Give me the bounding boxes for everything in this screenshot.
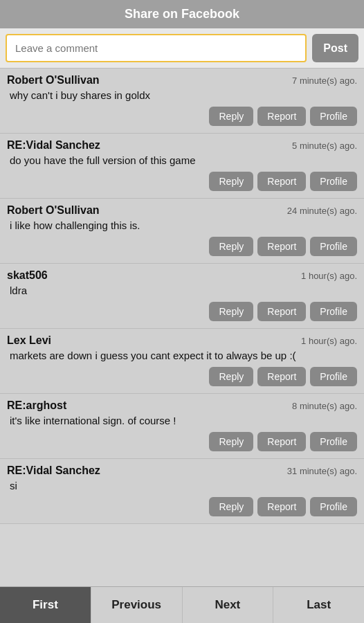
comment-time: 8 minute(s) ago. xyxy=(292,401,357,411)
comment-text: why can't i buy shares in goldx xyxy=(7,89,357,101)
comment-item: RE:arghost 8 minute(s) ago. it's like in… xyxy=(0,394,364,459)
profile-button[interactable]: Profile xyxy=(310,172,357,191)
comment-input[interactable] xyxy=(6,34,307,62)
next-page-button[interactable]: Next xyxy=(183,587,274,623)
report-button[interactable]: Report xyxy=(257,302,306,321)
comment-item: Robert O'Sullivan 24 minute(s) ago. i li… xyxy=(0,199,364,264)
comment-actions: Reply Report Profile xyxy=(7,237,357,256)
share-label: Share on Facebook xyxy=(125,7,239,21)
comment-text: do you have the full version of this gam… xyxy=(7,154,357,166)
comment-author: Lex Levi xyxy=(7,334,51,347)
previous-page-button[interactable]: Previous xyxy=(91,587,183,623)
profile-button[interactable]: Profile xyxy=(310,497,357,516)
comment-actions: Reply Report Profile xyxy=(7,302,357,321)
comment-header: RE:Vidal Sanchez 31 minute(s) ago. xyxy=(7,464,357,477)
post-button[interactable]: Post xyxy=(312,34,358,62)
comment-time: 1 hour(s) ago. xyxy=(301,271,357,281)
profile-button[interactable]: Profile xyxy=(310,432,357,451)
report-button[interactable]: Report xyxy=(257,367,306,386)
first-page-button[interactable]: First xyxy=(0,587,91,623)
comment-actions: Reply Report Profile xyxy=(7,107,357,126)
profile-button[interactable]: Profile xyxy=(310,367,357,386)
comment-text: ldra xyxy=(7,285,357,296)
report-button[interactable]: Report xyxy=(257,432,306,451)
comment-text: si xyxy=(7,480,357,491)
reply-button[interactable]: Reply xyxy=(209,302,253,321)
last-page-button[interactable]: Last xyxy=(273,587,364,623)
report-button[interactable]: Report xyxy=(257,107,306,126)
report-button[interactable]: Report xyxy=(257,237,306,256)
comment-text: markets are down i guess you cant expect… xyxy=(7,350,357,361)
reply-button[interactable]: Reply xyxy=(209,107,253,126)
reply-button[interactable]: Reply xyxy=(209,497,253,516)
comment-author: skat506 xyxy=(7,269,48,282)
report-button[interactable]: Report xyxy=(257,497,306,516)
comment-item: RE:Vidal Sanchez 31 minute(s) ago. si Re… xyxy=(0,459,364,524)
reply-button[interactable]: Reply xyxy=(209,237,253,256)
comment-time: 31 minute(s) ago. xyxy=(287,466,357,476)
comment-item: skat506 1 hour(s) ago. ldra Reply Report… xyxy=(0,264,364,329)
comment-author: RE:arghost xyxy=(7,399,66,412)
comment-author: RE:Vidal Sanchez xyxy=(7,464,100,477)
comment-actions: Reply Report Profile xyxy=(7,432,357,451)
profile-button[interactable]: Profile xyxy=(310,107,357,126)
comment-author: Robert O'Sullivan xyxy=(7,74,100,87)
profile-button[interactable]: Profile xyxy=(310,302,357,321)
comment-author: RE:Vidal Sanchez xyxy=(7,139,100,152)
pagination-bar: First Previous Next Last xyxy=(0,586,364,623)
comment-header: skat506 1 hour(s) ago. xyxy=(7,269,357,282)
comment-text: i like how challenging this is. xyxy=(7,219,357,231)
comment-header: Lex Levi 1 hour(s) ago. xyxy=(7,334,357,347)
share-bar[interactable]: Share on Facebook xyxy=(0,0,364,28)
comment-actions: Reply Report Profile xyxy=(7,367,357,386)
comments-list: Robert O'Sullivan 7 minute(s) ago. why c… xyxy=(0,69,364,586)
reply-button[interactable]: Reply xyxy=(209,367,253,386)
comment-time: 1 hour(s) ago. xyxy=(301,336,357,346)
profile-button[interactable]: Profile xyxy=(310,237,357,256)
comment-actions: Reply Report Profile xyxy=(7,497,357,516)
comment-time: 7 minute(s) ago. xyxy=(292,75,357,86)
comment-time: 24 minute(s) ago. xyxy=(287,206,357,216)
comment-actions: Reply Report Profile xyxy=(7,172,357,191)
comment-header: Robert O'Sullivan 24 minute(s) ago. xyxy=(7,204,357,217)
comment-header: RE:Vidal Sanchez 5 minute(s) ago. xyxy=(7,139,357,152)
comment-author: Robert O'Sullivan xyxy=(7,204,100,217)
comment-header: RE:arghost 8 minute(s) ago. xyxy=(7,399,357,412)
reply-button[interactable]: Reply xyxy=(209,432,253,451)
reply-button[interactable]: Reply xyxy=(209,172,253,191)
comment-time: 5 minute(s) ago. xyxy=(292,141,357,151)
comment-item: Lex Levi 1 hour(s) ago. markets are down… xyxy=(0,329,364,394)
comment-item: RE:Vidal Sanchez 5 minute(s) ago. do you… xyxy=(0,134,364,199)
comment-text: it's like international sign. of course … xyxy=(7,415,357,426)
comment-bar: Post xyxy=(0,28,364,69)
comment-item: Robert O'Sullivan 7 minute(s) ago. why c… xyxy=(0,69,364,134)
comment-header: Robert O'Sullivan 7 minute(s) ago. xyxy=(7,74,357,87)
report-button[interactable]: Report xyxy=(257,172,306,191)
